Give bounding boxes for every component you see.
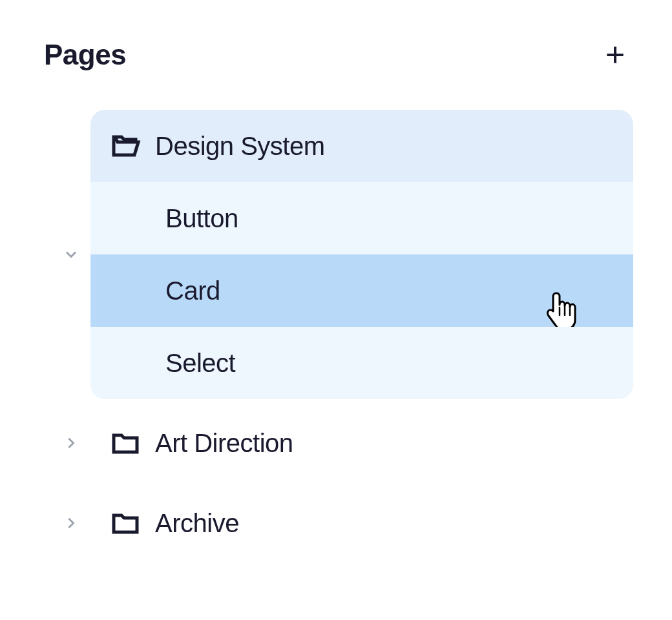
tree-item-label: Select (165, 349, 235, 378)
chevron-right-icon (62, 514, 80, 532)
tree-item-art-direction[interactable]: Art Direction (90, 407, 633, 479)
tree-item-card[interactable]: Card (90, 254, 633, 327)
tree-group-archive: Archive (52, 487, 633, 559)
tree-group-design-system: Design System Button Card (52, 110, 633, 399)
tree-item-label: Archive (155, 509, 239, 538)
tree-item-label: Design System (155, 132, 324, 161)
pages-tree: Design System Button Card (39, 110, 633, 559)
tree-item-label: Art Direction (155, 429, 293, 458)
plus-icon (603, 43, 627, 67)
tree-item-archive[interactable]: Archive (90, 487, 633, 559)
tree-item-design-system[interactable]: Design System (90, 110, 633, 182)
expand-toggle-art-direction[interactable] (52, 434, 90, 452)
tree-item-select[interactable]: Select (90, 327, 633, 399)
tree-item-label: Card (165, 276, 220, 305)
tree-item-label: Button (165, 204, 238, 233)
expand-toggle-archive[interactable] (52, 514, 90, 532)
folder-icon (110, 428, 141, 459)
chevron-right-icon (62, 434, 80, 452)
tree-item-button[interactable]: Button (90, 182, 633, 254)
chevron-down-icon (62, 245, 80, 264)
add-page-button[interactable] (602, 42, 628, 68)
tree-group-art-direction: Art Direction (52, 407, 633, 479)
pages-title: Pages (44, 39, 126, 71)
expand-toggle-design-system[interactable] (52, 110, 90, 399)
folder-icon (110, 508, 141, 539)
pages-header: Pages (39, 39, 633, 71)
folder-open-icon (110, 130, 141, 161)
